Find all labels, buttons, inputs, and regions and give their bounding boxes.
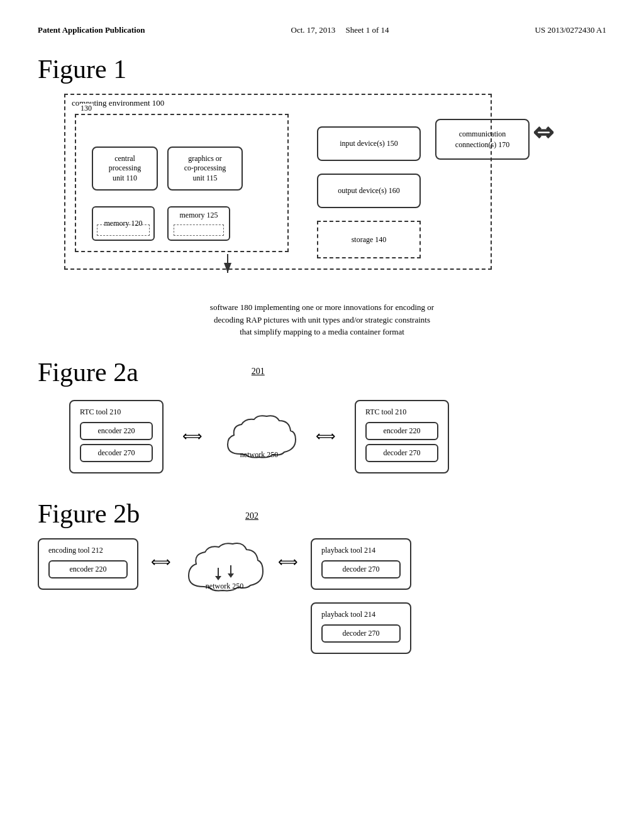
gpu-label: graphics orco-processingunit 115	[184, 154, 226, 184]
storage-label: storage 140	[352, 235, 387, 245]
gpu-box: graphics orco-processingunit 115	[167, 147, 243, 191]
comm-box: communicationconnection(s) 170	[435, 119, 530, 160]
caption-text: software 180 implementing one or more in…	[210, 302, 434, 336]
fig2a-arrow2: ⟺	[316, 428, 336, 445]
mem125-label: memory 125	[180, 211, 218, 220]
cpu-label: centralprocessingunit 110	[109, 154, 141, 184]
decoder-right: decoder 270	[365, 444, 438, 462]
fig1-title: Figure 1	[38, 54, 606, 84]
decoder-top: decoder 270	[321, 560, 401, 578]
encoder-2b: encoder 220	[48, 560, 128, 578]
fig2a-ref: 201	[252, 367, 265, 377]
rtc-left-box: RTC tool 210 encoder 220 decoder 270	[69, 400, 164, 473]
fig2b-header: Figure 2b 202	[38, 499, 606, 529]
header-sheet: Sheet 1 of 14	[346, 25, 389, 35]
inner-box-label: 130	[79, 104, 93, 113]
fig2a-title: Figure 2a	[38, 357, 138, 387]
fig2b-ref: 202	[245, 511, 258, 521]
encoding-tool-box: encoding tool 212 encoder 220	[38, 538, 138, 590]
fig2b-arrow2: ⟺	[278, 554, 298, 570]
fig2a-layout: RTC tool 210 encoder 220 decoder 270 ⟺ n…	[69, 400, 606, 473]
header-date: Oct. 17, 2013	[291, 25, 336, 35]
page: Patent Application Publication Oct. 17, …	[0, 0, 644, 830]
decoder-left: decoder 270	[80, 444, 153, 462]
network-cloud: network 250	[221, 413, 297, 460]
comm-arrow: ⇔	[533, 118, 554, 147]
inner-box-130: 130 centralprocessingunit 110 graphics o…	[75, 114, 289, 252]
playback-bottom-box: playback tool 214 decoder 270	[311, 602, 411, 654]
encoding-tool-title: encoding tool 212	[48, 546, 128, 555]
output-label: output device(s) 160	[338, 186, 400, 196]
fig2a-section: Figure 2a 201 RTC tool 210 encoder 220 d…	[38, 357, 606, 473]
rtc-right-title: RTC tool 210	[365, 407, 438, 417]
cpu-box: centralprocessingunit 110	[92, 147, 158, 191]
mem125-inner-dashed	[174, 224, 224, 236]
fig2b-title: Figure 2b	[38, 499, 195, 529]
memory-120-box: memory 120	[92, 206, 155, 241]
page-header: Patent Application Publication Oct. 17, …	[38, 25, 606, 35]
fig1-diagram: computing environment 100 130 centralpro…	[64, 94, 580, 295]
fig2a-arrow: ⟺	[182, 428, 203, 445]
playback-boxes: playback tool 214 decoder 270 playback t…	[311, 538, 411, 654]
caption-arrow	[165, 251, 291, 276]
encoder-left: encoder 220	[80, 422, 153, 440]
input-label: input device(s) 150	[340, 139, 398, 148]
rtc-right-box: RTC tool 210 encoder 220 decoder 270	[355, 400, 449, 473]
computing-environment-box: computing environment 100 130 centralpro…	[64, 94, 492, 270]
storage-box: storage 140	[317, 221, 421, 258]
header-center: Oct. 17, 2013 Sheet 1 of 14	[291, 25, 389, 35]
fig2b-section: Figure 2b 202 encoding tool 212 encoder …	[38, 499, 606, 654]
mem120-inner-dashed	[97, 224, 150, 236]
memory-125-box: memory 125	[167, 206, 230, 241]
fig2b-layout: encoding tool 212 encoder 220 ⟺ network …	[38, 538, 606, 654]
playback-top-title: playback tool 214	[321, 546, 401, 555]
fig1-caption: software 180 implementing one or more in…	[140, 301, 504, 338]
network-cloud-2b: network 250	[184, 541, 265, 591]
rtc-left-title: RTC tool 210	[80, 407, 153, 417]
comm-label: communicationconnection(s) 170	[455, 129, 509, 150]
playback-top-box: playback tool 214 decoder 270	[311, 538, 411, 590]
output-devices-box: output device(s) 160	[317, 174, 421, 208]
decoder-bottom: decoder 270	[321, 624, 401, 643]
fig2b-arrow: ⟺	[151, 554, 171, 570]
playback-bottom-title: playback tool 214	[321, 610, 401, 619]
input-devices-box: input device(s) 150	[317, 126, 421, 161]
header-right: US 2013/0272430 A1	[535, 25, 606, 35]
encoder-right: encoder 220	[365, 422, 438, 440]
header-left: Patent Application Publication	[38, 25, 145, 35]
